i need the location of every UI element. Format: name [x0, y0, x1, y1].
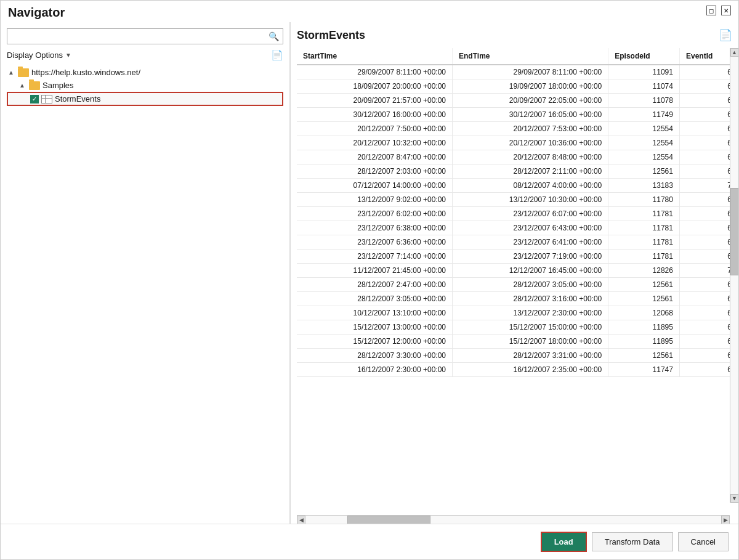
- table-row: 10/12/2007 13:10:00 +00:0013/12/2007 2:3…: [297, 306, 738, 320]
- table-cell: 13183: [608, 179, 680, 193]
- table-cell: 12554: [608, 150, 680, 164]
- table-cell: 12561: [608, 349, 680, 363]
- display-options-button[interactable]: Display Options ▼: [7, 51, 71, 60]
- table-cell: 20/12/2007 8:48:00 +00:00: [453, 150, 608, 164]
- table-row: 11/12/2007 21:45:00 +00:0012/12/2007 16:…: [297, 264, 738, 278]
- table-cell: 23/12/2007 6:36:00 +00:00: [297, 235, 453, 250]
- window-title: Navigator: [8, 6, 65, 20]
- folder-icon-samples: [29, 81, 40, 90]
- preview-header: StormEvents 📄: [297, 28, 738, 42]
- table-row: 28/12/2007 2:03:00 +00:0028/12/2007 2:11…: [297, 164, 738, 179]
- table-cell: 11747: [608, 363, 680, 377]
- table-row: 15/12/2007 12:00:00 +00:0015/12/2007 18:…: [297, 335, 738, 349]
- table-cell: 28/12/2007 2:11:00 +00:00: [453, 164, 608, 179]
- table-cell: 12561: [608, 278, 680, 292]
- table-cell: 20/12/2007 7:50:00 +00:00: [297, 122, 453, 136]
- search-input[interactable]: [11, 32, 269, 41]
- table-cell: 23/12/2007 6:41:00 +00:00: [453, 235, 608, 250]
- table-cell: 11781: [608, 250, 680, 264]
- table-row: 20/12/2007 8:47:00 +00:0020/12/2007 8:48…: [297, 150, 738, 164]
- col-header-episodeid: EpisodeId: [608, 48, 680, 65]
- vertical-scrollbar[interactable]: ▲ ▼: [730, 48, 738, 503]
- table-cell: 13/12/2007 2:30:00 +00:00: [453, 306, 608, 320]
- transform-data-button[interactable]: Transform Data: [592, 532, 673, 551]
- folder-icon: [18, 68, 29, 77]
- footer: Load Transform Data Cancel: [1, 524, 738, 559]
- table-cell: 20/12/2007 8:47:00 +00:00: [297, 150, 453, 164]
- table-cell: 12561: [608, 292, 680, 306]
- scroll-up-button[interactable]: ▲: [730, 48, 739, 57]
- left-panel: 🔍 Display Options ▼ 📄 ▲ https://help.kus…: [1, 22, 290, 524]
- table-cell: 30/12/2007 16:00:00 +00:00: [297, 108, 453, 122]
- table-cell: 13/12/2007 9:02:00 +00:00: [297, 193, 453, 207]
- refresh-icon[interactable]: 📄: [271, 49, 283, 61]
- tree-label-root: https://help.kusto.windows.net/: [31, 68, 140, 77]
- preview-icon[interactable]: 📄: [719, 28, 732, 42]
- table-cell: 23/12/2007 6:07:00 +00:00: [453, 207, 608, 221]
- scroll-down-button[interactable]: ▼: [730, 494, 739, 503]
- search-bar[interactable]: 🔍: [7, 28, 283, 44]
- table-cell: 20/09/2007 21:57:00 +00:00: [297, 94, 453, 108]
- cancel-button[interactable]: Cancel: [678, 532, 729, 551]
- table-cell: 12554: [608, 136, 680, 150]
- table-row: 18/09/2007 20:00:00 +00:0019/09/2007 18:…: [297, 79, 738, 94]
- scroll-thumb-horizontal[interactable]: [347, 516, 430, 524]
- content-area: 🔍 Display Options ▼ 📄 ▲ https://help.kus…: [1, 22, 738, 524]
- table-row: 07/12/2007 14:00:00 +00:0008/12/2007 4:0…: [297, 179, 738, 193]
- tree-item-samples[interactable]: ▲ Samples: [7, 79, 283, 92]
- table-cell: 19/09/2007 18:00:00 +00:00: [453, 79, 608, 94]
- table-row: 30/12/2007 16:00:00 +00:0030/12/2007 16:…: [297, 108, 738, 122]
- title-bar: Navigator ◻ ✕: [1, 1, 738, 22]
- scroll-left-button[interactable]: ◀: [297, 516, 305, 524]
- scroll-thumb-vertical[interactable]: [730, 188, 739, 275]
- table-cell: 11780: [608, 193, 680, 207]
- table-cell: 10/12/2007 13:10:00 +00:00: [297, 306, 453, 320]
- table-cell: 23/12/2007 7:19:00 +00:00: [453, 250, 608, 264]
- table-cell: 30/12/2007 16:05:00 +00:00: [453, 108, 608, 122]
- scroll-right-button[interactable]: ▶: [721, 516, 730, 524]
- table-row: 15/12/2007 13:00:00 +00:0015/12/2007 15:…: [297, 320, 738, 335]
- tree-item-root[interactable]: ▲ https://help.kusto.windows.net/: [7, 66, 283, 79]
- table-cell: 23/12/2007 6:02:00 +00:00: [297, 207, 453, 221]
- preview-title: StormEvents: [297, 29, 365, 42]
- table-cell: 12561: [608, 164, 680, 179]
- checkbox-stormevents[interactable]: ✓: [30, 95, 39, 103]
- table-cell: 28/12/2007 3:16:00 +00:00: [453, 292, 608, 306]
- load-button[interactable]: Load: [541, 532, 587, 552]
- table-cell: 07/12/2007 14:00:00 +00:00: [297, 179, 453, 193]
- table-cell: 16/12/2007 2:30:00 +00:00: [297, 363, 453, 377]
- col-header-starttime: StartTime: [297, 48, 453, 65]
- table-row: 28/12/2007 3:30:00 +00:0028/12/2007 3:31…: [297, 349, 738, 363]
- table-cell: 11078: [608, 94, 680, 108]
- restore-button[interactable]: ◻: [706, 6, 716, 15]
- table-row: 20/12/2007 10:32:00 +00:0020/12/2007 10:…: [297, 136, 738, 150]
- table-row: 20/09/2007 21:57:00 +00:0020/09/2007 22:…: [297, 94, 738, 108]
- table-cell: 13/12/2007 10:30:00 +00:00: [453, 193, 608, 207]
- display-options-row: Display Options ▼ 📄: [1, 49, 289, 61]
- table-cell: 11091: [608, 65, 680, 79]
- close-button[interactable]: ✕: [721, 6, 731, 15]
- table-row: 28/12/2007 3:05:00 +00:0028/12/2007 3:16…: [297, 292, 738, 306]
- table-inner: StartTime EndTime EpisodeId EventId 29/0…: [297, 48, 738, 515]
- navigator-window: Navigator ◻ ✕ 🔍 Display Options ▼ 📄: [0, 0, 739, 560]
- tree-label-samples: Samples: [42, 81, 74, 90]
- table-cell: 15/12/2007 18:00:00 +00:00: [453, 335, 608, 349]
- table-cell: 08/12/2007 4:00:00 +00:00: [453, 179, 608, 193]
- scroll-track-vertical[interactable]: [730, 57, 739, 494]
- table-cell: 28/12/2007 2:47:00 +00:00: [297, 278, 453, 292]
- right-panel: StormEvents 📄 StartTime EndTime EpisodeI…: [291, 22, 738, 524]
- table-cell: 11781: [608, 235, 680, 250]
- table-row: 16/12/2007 2:30:00 +00:0016/12/2007 2:35…: [297, 363, 738, 377]
- table-cell: 29/09/2007 8:11:00 +00:00: [297, 65, 453, 79]
- horizontal-scrollbar[interactable]: ◀ ▶: [297, 515, 730, 524]
- scroll-track-horizontal[interactable]: [305, 516, 721, 524]
- table-cell: 11781: [608, 221, 680, 235]
- table-cell: 11/12/2007 21:45:00 +00:00: [297, 264, 453, 278]
- tree-label-stormevents: StormEvents: [55, 94, 100, 103]
- table-cell: 28/12/2007 3:30:00 +00:00: [297, 349, 453, 363]
- table-row: 23/12/2007 6:38:00 +00:0023/12/2007 6:43…: [297, 221, 738, 235]
- display-options-label: Display Options: [7, 51, 63, 60]
- table-cell: 15/12/2007 12:00:00 +00:00: [297, 335, 453, 349]
- tree-item-stormevents[interactable]: ✓ StormEvents: [7, 92, 283, 106]
- table-cell: 28/12/2007 3:05:00 +00:00: [297, 292, 453, 306]
